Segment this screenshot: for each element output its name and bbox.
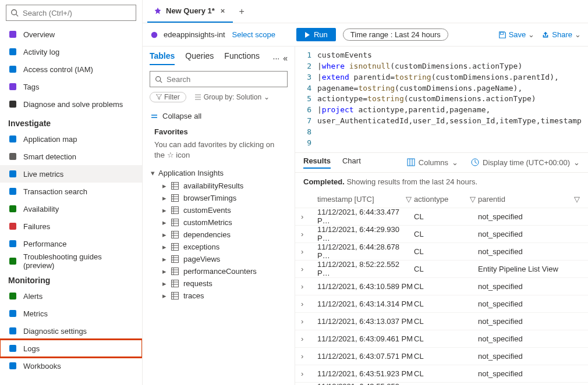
more-icon[interactable]: ··· — [273, 54, 280, 63]
grid-row[interactable]: ›11/12/2021, 6:43:51.923 PMCLnot_specifi… — [295, 365, 588, 383]
nav-item-wb[interactable]: Workbooks — [0, 357, 142, 375]
tree-group-header[interactable]: ▾ Application Insights — [143, 166, 295, 180]
grid-row[interactable]: ›11/12/2021, 8:52:22.552 P…CLEntity Pipe… — [295, 261, 588, 278]
cell-timestamp: 11/12/2021, 8:52:22.552 P… — [315, 260, 414, 277]
grid-row[interactable]: ›11/12/2021, 6:43:13.037 PMCLnot_specifi… — [295, 313, 588, 330]
filter-icon[interactable]: ▽ — [574, 195, 582, 204]
table-item-browserTimings[interactable]: ▸browserTimings — [143, 192, 295, 204]
nav-label: Live metrics — [23, 170, 63, 179]
table-item-exceptions[interactable]: ▸exceptions — [143, 241, 295, 253]
panel-overflow[interactable]: ··· « — [273, 51, 288, 65]
display-time-button[interactable]: Display time (UTC+00:00) ⌄ — [471, 158, 580, 167]
nav-item-logs[interactable]: Logs — [0, 340, 142, 357]
col-parentid[interactable]: parentid — [478, 195, 505, 204]
nav-item-activity[interactable]: Activity log — [0, 43, 142, 60]
tab-close-button[interactable]: × — [218, 6, 228, 15]
select-scope-link[interactable]: Select scope — [232, 30, 275, 39]
panel-search-input[interactable] — [167, 75, 284, 84]
svg-rect-8 — [9, 153, 16, 160]
nav-item-metrics[interactable]: Metrics — [0, 305, 142, 322]
expand-row-button[interactable]: › — [301, 247, 315, 256]
nav-item-diag[interactable]: Diagnostic settings — [0, 322, 142, 340]
activity-icon — [8, 47, 17, 56]
expand-row-button[interactable]: › — [301, 352, 315, 361]
table-item-performanceCounters[interactable]: ▸performanceCounters — [143, 265, 295, 277]
expand-row-button[interactable]: › — [301, 317, 315, 326]
filter-icon[interactable]: ▽ — [470, 195, 478, 204]
nav-label: Access control (IAM) — [23, 65, 93, 74]
expand-row-button[interactable]: › — [301, 300, 315, 308]
nav-item-appmap[interactable]: Application map — [0, 130, 142, 148]
time-range-picker[interactable]: Time range : Last 24 hours — [343, 28, 448, 41]
sidebar-search-input[interactable] — [23, 9, 132, 17]
nav-item-access[interactable]: Access control (IAM) — [0, 60, 142, 78]
results-tab-chart[interactable]: Chart — [342, 156, 361, 169]
nav-item-avail[interactable]: Availability — [0, 200, 142, 218]
nav-item-fail[interactable]: Failures — [0, 218, 142, 235]
table-item-customMetrics[interactable]: ▸customMetrics — [143, 216, 295, 229]
panel-tab-queries[interactable]: Queries — [185, 51, 214, 65]
col-timestamp[interactable]: timestamp [UTC] — [317, 195, 374, 204]
access-icon — [8, 65, 17, 74]
nav-item-live[interactable]: Live metrics — [0, 165, 142, 183]
expand-row-button[interactable]: › — [301, 334, 315, 343]
expand-row-button[interactable]: › — [301, 265, 315, 273]
cell-parentid: not_specified — [478, 230, 582, 238]
cell-actiontype: CL — [414, 352, 478, 361]
share-button[interactable]: Share ⌄ — [541, 30, 581, 39]
grid-row[interactable]: ›11/12/2021, 6:44:28.678 P…CLnot_specifi… — [295, 243, 588, 261]
table-item-dependencies[interactable]: ▸dependencies — [143, 229, 295, 241]
search-icon — [154, 74, 163, 84]
query-tab[interactable]: New Query 1* × — [147, 0, 233, 23]
table-item-availabilityResults[interactable]: ▸availabilityResults — [143, 180, 295, 192]
nav-item-guide[interactable]: Troubleshooting guides (preview) — [0, 252, 142, 270]
grid-row[interactable]: ›11/12/2021, 6:44:29.930 P…CLnot_specifi… — [295, 226, 588, 243]
table-item-customEvents[interactable]: ▸customEvents — [143, 204, 295, 216]
run-button[interactable]: Run — [296, 28, 336, 41]
grid-row[interactable]: ›11/12/2021, 6:44:33.477 P…CLnot_specifi… — [295, 208, 588, 226]
expand-row-button[interactable]: › — [301, 369, 315, 378]
sidebar-search[interactable] — [6, 5, 136, 21]
col-actiontype[interactable]: actiontype — [414, 195, 448, 204]
nav-item-tsearch[interactable]: Transaction search — [0, 183, 142, 200]
grid-row[interactable]: ›11/12/2021, 6:43:55.059 P…CLnot_specifi… — [295, 383, 588, 385]
nav-item-overview[interactable]: Overview — [0, 26, 142, 43]
results-tab-results[interactable]: Results — [303, 156, 331, 169]
expand-row-button[interactable]: › — [301, 212, 315, 221]
cell-parentid: not_specified — [478, 300, 582, 308]
svg-rect-17 — [9, 327, 16, 334]
columns-button[interactable]: Columns ⌄ — [407, 158, 458, 167]
new-tab-button[interactable]: + — [236, 6, 246, 17]
expand-row-button[interactable]: › — [301, 230, 315, 238]
expand-row-button[interactable]: › — [301, 282, 315, 291]
nav-item-smart[interactable]: Smart detection — [0, 148, 142, 165]
nav-item-alerts[interactable]: Alerts — [0, 287, 142, 305]
groupby-button[interactable]: Group by: Solution ⌄ — [194, 93, 270, 101]
filter-icon[interactable]: ▽ — [406, 195, 414, 204]
table-item-traces[interactable]: ▸traces — [143, 290, 295, 302]
overview-icon — [8, 30, 17, 39]
grid-row[interactable]: ›11/12/2021, 6:43:10.589 PMCLnot_specifi… — [295, 278, 588, 295]
panel-tab-functions[interactable]: Functions — [224, 51, 260, 65]
chevron-down-icon: ⌄ — [264, 93, 270, 101]
panel-search[interactable] — [150, 71, 288, 87]
grid-row[interactable]: ›11/12/2021, 6:43:14.314 PMCLnot_specifi… — [295, 295, 588, 313]
panel-tabs: TablesQueriesFunctions ··· « — [143, 47, 295, 65]
nav-item-perf[interactable]: Performance — [0, 235, 142, 252]
expand-icon[interactable]: « — [283, 54, 288, 63]
columns-label: Columns — [419, 158, 448, 167]
panel-tab-tables[interactable]: Tables — [150, 51, 175, 65]
save-button[interactable]: Save ⌄ — [498, 30, 535, 39]
table-item-requests[interactable]: ▸requests — [143, 277, 295, 290]
filter-button[interactable]: Filter — [150, 92, 186, 102]
nav-item-diagnose[interactable]: Diagnose and solve problems — [0, 95, 142, 113]
nav-item-tag[interactable]: Tags — [0, 78, 142, 95]
results-grid: timestamp [UTC]▽ actiontype▽ parentid▽ ›… — [295, 191, 588, 385]
grid-row[interactable]: ›11/12/2021, 6:43:07.571 PMCLnot_specifi… — [295, 348, 588, 365]
table-item-pageViews[interactable]: ▸pageViews — [143, 253, 295, 265]
query-editor[interactable]: 1customEvents2|where isnotnull(customDim… — [295, 47, 588, 153]
collapse-all-button[interactable]: Collapse all — [143, 107, 295, 125]
table-item-label: customMetrics — [183, 218, 232, 227]
grid-row[interactable]: ›11/12/2021, 6:43:09.461 PMCLnot_specifi… — [295, 330, 588, 348]
pin-icon — [153, 6, 162, 16]
